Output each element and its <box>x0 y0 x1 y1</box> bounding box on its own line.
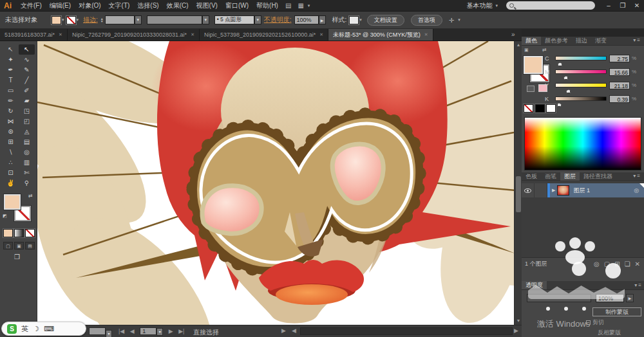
none-swatch[interactable] <box>524 104 533 113</box>
blend-tool[interactable]: ◎ <box>19 147 35 158</box>
transparency-panel-menu-icon[interactable]: ▾≡ <box>632 281 644 289</box>
app-grid-icon[interactable]: ▤ <box>285 2 291 9</box>
black-swatch[interactable] <box>535 104 545 113</box>
hscroll-left-icon[interactable]: ◀ <box>292 327 296 334</box>
menu-item[interactable]: 视图(V) <box>196 1 218 10</box>
black-value-field[interactable]: 0.39 <box>609 95 630 103</box>
color-spectrum[interactable] <box>524 117 641 170</box>
width-profile-dropdown[interactable]: ▾ <box>202 15 209 24</box>
delete-layer-icon[interactable]: ✕ <box>635 260 640 268</box>
sogou-logo-icon[interactable]: S <box>7 324 17 334</box>
menu-item[interactable]: 编辑(E) <box>50 1 71 10</box>
gradient-tool[interactable]: ▤ <box>19 137 35 147</box>
document-tab[interactable]: Nipic_537398_20190929202152610000.ai* ✕ <box>200 29 328 41</box>
hand-tool[interactable]: ✌ <box>3 178 19 188</box>
brush-preset-dropdown[interactable]: ▾ <box>254 15 261 24</box>
menu-item[interactable]: 文字(T) <box>109 1 130 10</box>
select-similar-dropdown-icon[interactable]: ▾ <box>458 17 460 23</box>
nav-last-icon[interactable]: ▶| <box>178 328 184 334</box>
draw-behind-mode-button[interactable]: ▣ <box>14 242 24 250</box>
nav-next-icon[interactable]: ▶ <box>169 328 173 334</box>
toolbar-fill-swatch[interactable] <box>4 194 21 210</box>
width-tool[interactable]: ⋈ <box>3 116 19 127</box>
direct-selection-tool[interactable]: ↖ <box>19 44 35 55</box>
slider-handle[interactable] <box>558 62 562 66</box>
preferences-button[interactable]: 首选项 <box>411 15 442 26</box>
artboard-tool[interactable]: ⊡ <box>3 168 19 178</box>
brush-preset-field[interactable]: • 5 点圆形 <box>214 15 254 24</box>
width-profile-field[interactable] <box>147 15 202 24</box>
lasso-tool[interactable]: ∿ <box>19 55 35 65</box>
magic-wand-tool[interactable]: ✦ <box>3 55 19 65</box>
new-layer-icon[interactable]: ❏ <box>625 260 630 268</box>
selection-tool[interactable]: ↖ <box>3 44 19 55</box>
panel-tab[interactable]: 路径查找器 <box>580 172 616 181</box>
tab-close-icon[interactable]: ✕ <box>319 32 323 37</box>
layer-thumbnail[interactable] <box>557 185 569 196</box>
stroke-weight-field[interactable] <box>105 15 135 24</box>
mesh-tool[interactable]: ⊞ <box>3 137 19 147</box>
none-mode-button[interactable] <box>25 229 35 237</box>
screen-mode-icon[interactable]: ❐ <box>14 253 20 260</box>
artboard-dropdown-icon[interactable]: ▾ <box>156 328 163 336</box>
color-panel-menu-icon[interactable]: ▾≡ <box>630 37 643 43</box>
rotate-tool[interactable]: ↻ <box>3 106 19 116</box>
color-mode-button[interactable] <box>3 229 13 237</box>
panel-tab[interactable]: 渐变 <box>591 37 611 45</box>
zoom-field[interactable]: ▾ <box>89 327 112 337</box>
make-mask-button[interactable]: 制作蒙版 <box>592 307 641 316</box>
scale-tool[interactable]: ◳ <box>19 106 35 116</box>
arrange-documents-icon[interactable]: ▦ <box>298 2 303 9</box>
style-dropdown-icon[interactable]: ▾ <box>359 17 362 23</box>
cyan-slider[interactable] <box>555 56 607 60</box>
paintbrush-tool[interactable]: ✐ <box>19 86 35 96</box>
tab-close-icon[interactable]: ✕ <box>191 32 194 37</box>
layer-row[interactable]: ▶ 图层 1 ◎ <box>522 183 644 197</box>
default-fill-stroke-icon[interactable]: ◩ <box>3 214 7 219</box>
layer-name[interactable]: 图层 1 <box>573 187 590 195</box>
nav-prev-icon[interactable]: ◀ <box>130 328 135 334</box>
out-of-gamut-icon[interactable] <box>527 86 535 92</box>
menu-item[interactable]: 对象(O) <box>79 1 100 10</box>
panel-tab[interactable]: 颜色 <box>522 37 541 45</box>
minimize-button[interactable]: – <box>601 2 616 9</box>
white-swatch[interactable] <box>546 104 556 113</box>
black-slider[interactable] <box>555 96 607 101</box>
stroke-weight-dropdown[interactable]: ▾ <box>135 15 142 24</box>
slider-handle[interactable] <box>566 89 571 93</box>
shape-builder-tool[interactable]: ⊛ <box>3 127 19 137</box>
gradient-mode-button[interactable] <box>14 229 24 237</box>
document-tab[interactable]: 未标题-53* @ 300% (CMYK/预览) ✕ <box>328 29 433 41</box>
type-tool[interactable]: T <box>3 75 19 86</box>
menu-item[interactable]: 帮助(H) <box>256 1 278 10</box>
menu-item[interactable]: 选择(S) <box>137 1 158 10</box>
restore-button[interactable]: ❐ <box>616 2 630 9</box>
select-similar-icon[interactable]: ✛ <box>449 17 454 24</box>
pen-tool[interactable]: ✒ <box>3 65 19 75</box>
color-swap-icon[interactable]: ⇄ <box>542 47 547 53</box>
panel-tab[interactable]: 色板 <box>522 172 541 181</box>
vscroll-thumb[interactable] <box>516 176 521 212</box>
canvas-vscrollbar[interactable]: ▲ ▼ <box>514 41 522 325</box>
expand-icon[interactable]: ▶ <box>552 188 555 193</box>
workspace-switcher[interactable]: 基本功能 <box>466 1 492 10</box>
magenta-slider[interactable] <box>555 69 607 74</box>
fill-color-swatch[interactable] <box>52 16 61 24</box>
draw-normal-mode-button[interactable]: ▢ <box>3 242 13 250</box>
visibility-toggle[interactable] <box>522 183 535 197</box>
opacity-field[interactable]: 100% <box>294 15 319 24</box>
fill-dropdown-icon[interactable]: ▾ <box>62 17 64 23</box>
opacity-dropdown[interactable]: ▶ <box>319 15 326 24</box>
canvas[interactable] <box>37 41 514 325</box>
hscroll-right-icon[interactable]: ▶ <box>514 327 518 334</box>
close-button[interactable]: ✕ <box>630 2 644 9</box>
ime-language-toggle[interactable]: 英 <box>21 324 28 334</box>
cyan-value-field[interactable]: 2.75 <box>609 55 630 62</box>
layers-panel-menu-icon[interactable]: ▾≡ <box>630 173 643 179</box>
document-tab[interactable]: 5183916183037.ai* ✕ <box>0 29 68 41</box>
menu-item[interactable]: 效果(C) <box>167 1 189 10</box>
opacity-link[interactable]: 不透明度: <box>264 15 292 24</box>
stroke-dropdown-icon[interactable]: ▾ <box>77 17 79 23</box>
transparency-opacity-field[interactable]: 100% <box>596 294 624 302</box>
pencil-tool[interactable]: ✎ <box>19 65 35 75</box>
